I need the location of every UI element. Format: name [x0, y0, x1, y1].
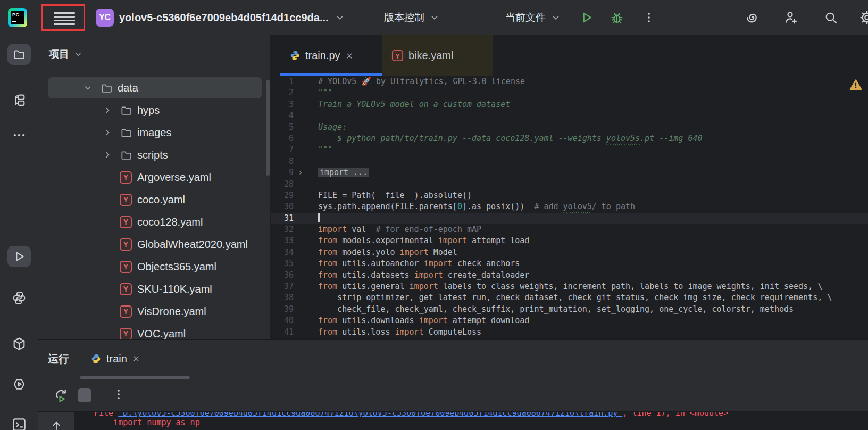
code-line-3[interactable]: 3Train a YOLOv5 model on a custom datase… [271, 99, 868, 110]
console-line: import numpy as np [74, 418, 868, 427]
settings-button[interactable] [858, 9, 868, 26]
line-number: 40 [271, 315, 294, 326]
tab-train-py[interactable]: train.py [280, 35, 382, 76]
run-tool-button[interactable] [7, 246, 31, 267]
tab-bike-yaml[interactable]: Y bike.yaml [382, 35, 493, 76]
python-console-tool-button[interactable] [7, 333, 31, 354]
tree-item-argoverse-yaml[interactable]: YArgoverse.yaml [38, 166, 270, 188]
structure-tool-button[interactable] [7, 89, 31, 111]
console-output[interactable]: File "D:\yolov5-c5360f6e7009eb4d05f14d1c… [74, 412, 868, 430]
project-panel-header[interactable]: 项目 [49, 35, 83, 73]
vcs-widget[interactable]: 版本控制 [384, 0, 440, 35]
chevron-right-icon[interactable] [102, 105, 120, 115]
code-line-6[interactable]: 6 $ python path/to/train.py --data coco1… [271, 133, 868, 144]
terminal-tool-button[interactable] [7, 414, 31, 430]
chevron-right-icon[interactable] [102, 150, 120, 160]
inspection-warning-icon[interactable] [849, 79, 862, 90]
code-text [307, 156, 318, 167]
code-line-33[interactable]: 33from models.experimental import attemp… [271, 235, 868, 246]
more-tools-button[interactable] [7, 125, 31, 146]
code-line-39[interactable]: 39 check_file, check_yaml, check_suffix,… [271, 304, 868, 315]
run-button[interactable] [578, 9, 595, 26]
code-line-34[interactable]: 34from models.yolo import Model [271, 247, 868, 258]
code-line-30[interactable]: 30sys.path.append(FILE.parents[0].as_pos… [271, 201, 868, 212]
yaml-file-icon: Y [120, 305, 137, 318]
more-actions-button[interactable] [640, 9, 657, 26]
project-tool-button[interactable] [7, 44, 31, 65]
yaml-file-icon: Y [120, 194, 137, 206]
project-selector[interactable]: yolov5-c5360f6e7009eb4d05f14d1cc9da... [119, 0, 346, 35]
code-line-36[interactable]: 36from utils.datasets import create_data… [271, 270, 868, 281]
tree-item-globalwheat2020-yaml[interactable]: YGlobalWheat2020.yaml [38, 233, 270, 255]
code-editor[interactable]: 1# YOLOv5 🚀 by Ultralytics, GPL-3.0 lice… [271, 76, 868, 339]
code-text: # YOLOv5 🚀 by Ultralytics, GPL-3.0 licen… [307, 76, 525, 87]
code-line-38[interactable]: 38 strip_optimizer, get_latest_run, chec… [271, 292, 868, 303]
code-line-41[interactable]: 41from utils.loss import ComputeLoss [271, 327, 868, 338]
search-everywhere-button[interactable] [822, 9, 839, 26]
stacktrace-link[interactable]: "D:\yolov5-c5360f6e7009eb4d05f14d1cc9da0… [118, 412, 622, 418]
code-line-9[interactable]: 9›import ... [271, 167, 868, 178]
tree-item-objects365-yaml[interactable]: YObjects365.yaml [38, 255, 270, 278]
project-tree: datahypsimagesscriptsYArgoverse.yamlYcoc… [38, 73, 270, 339]
project-tree-scrollbar[interactable] [266, 80, 270, 176]
code-text: """ [307, 144, 332, 155]
line-number: 31 [271, 213, 294, 224]
gutter-slot [294, 258, 307, 269]
code-line-2[interactable]: 2""" [271, 87, 868, 98]
fold-arrow-icon[interactable]: › [294, 167, 307, 178]
console-more-button[interactable] [112, 387, 128, 403]
ai-assistant-button[interactable] [744, 9, 761, 26]
tree-item-data[interactable]: data [38, 77, 270, 99]
code-line-37[interactable]: 37from utils.general import labels_to_cl… [271, 281, 868, 292]
code-text: FILE = Path(__file__).absolute() [307, 190, 472, 201]
gutter-slot [294, 235, 307, 246]
line-number: 32 [271, 224, 294, 235]
code-line-35[interactable]: 35from utils.autoanchor import check_anc… [271, 258, 868, 269]
scroll-up-icon[interactable] [50, 419, 63, 430]
code-text: """ [307, 87, 332, 98]
tree-item-sku-110k-yaml[interactable]: YSKU-110K.yaml [38, 278, 270, 300]
python-packages-tool-button[interactable] [7, 287, 31, 309]
tree-item-voc-yaml[interactable]: YVOC.yaml [38, 322, 270, 339]
rerun-button[interactable] [53, 387, 69, 403]
tree-item-coco128-yaml[interactable]: Ycoco128.yaml [38, 211, 270, 233]
debug-button[interactable] [608, 9, 625, 26]
gutter-slot [294, 292, 307, 303]
tab-label: bike.yaml [408, 49, 453, 62]
chevron-down-icon[interactable] [82, 82, 100, 93]
tree-item-visdrone-yaml[interactable]: YVisDrone.yaml [38, 300, 270, 322]
run-tab-train[interactable]: train [86, 340, 145, 378]
code-line-31[interactable]: 31 [271, 213, 868, 224]
close-icon[interactable] [132, 354, 140, 363]
code-line-5[interactable]: 5Usage: [271, 122, 868, 133]
code-line-32[interactable]: 32import val # for end-of-epoch mAP [271, 224, 868, 235]
code-text: Usage: [307, 122, 347, 133]
code-line-40[interactable]: 40from utils.downloads import attempt_do… [271, 315, 868, 326]
gutter-slot [294, 133, 307, 144]
code-line-8[interactable]: 8 [271, 156, 868, 167]
tree-item-hyps[interactable]: hyps [38, 99, 270, 121]
folder-icon [120, 104, 137, 117]
stop-button[interactable] [78, 388, 91, 402]
main-menu-button[interactable] [54, 12, 75, 25]
gutter-slot [294, 99, 307, 110]
yaml-file-icon: Y [392, 50, 403, 61]
tree-item-images[interactable]: images [38, 121, 270, 144]
close-icon[interactable] [345, 52, 354, 60]
run-config-selector[interactable]: 当前文件 [505, 0, 562, 35]
gutter-slot [294, 201, 307, 212]
chevron-right-icon[interactable] [102, 127, 120, 138]
python-file-icon [90, 353, 102, 365]
services-tool-button[interactable] [7, 374, 31, 395]
code-line-1[interactable]: 1# YOLOv5 🚀 by Ultralytics, GPL-3.0 lice… [271, 76, 868, 87]
tree-item-label: Argoverse.yaml [137, 171, 211, 184]
code-with-me-button[interactable] [783, 9, 800, 26]
code-line-29[interactable]: 29FILE = Path(__file__).absolute() [271, 190, 868, 201]
code-text: strip_optimizer, get_latest_run, check_d… [307, 292, 832, 303]
chevron-down-icon [429, 12, 440, 23]
tree-item-coco-yaml[interactable]: Ycoco.yaml [38, 188, 270, 211]
code-line-28[interactable]: 28 [271, 179, 868, 190]
tree-item-scripts[interactable]: scripts [38, 144, 270, 166]
code-line-4[interactable]: 4 [271, 110, 868, 121]
code-line-7[interactable]: 7""" [271, 144, 868, 155]
